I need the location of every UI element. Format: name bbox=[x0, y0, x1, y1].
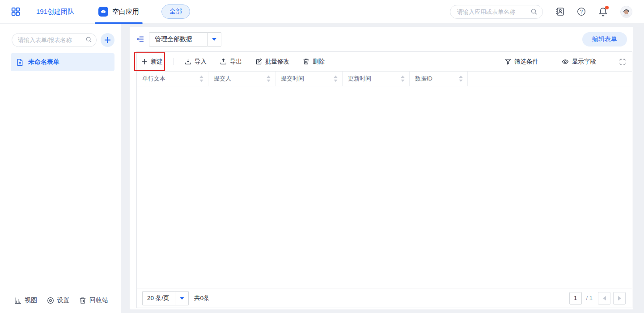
add-form-button[interactable] bbox=[101, 33, 114, 47]
collapse-sidebar-icon[interactable] bbox=[133, 32, 147, 46]
svg-text:?: ? bbox=[580, 9, 583, 14]
form-search bbox=[12, 33, 97, 47]
form-list: 未命名表单 bbox=[0, 47, 121, 71]
data-scope-caret[interactable] bbox=[208, 32, 221, 47]
help-icon[interactable]: ? bbox=[577, 7, 586, 16]
chevron-right-icon bbox=[618, 296, 621, 300]
top-header: 191创建团队 空白应用 全部 bbox=[0, 0, 644, 24]
column-header[interactable]: 数据ID bbox=[410, 72, 468, 86]
column-header[interactable]: 提交时间 bbox=[275, 72, 343, 86]
table-body-empty bbox=[137, 86, 632, 288]
search-icon[interactable] bbox=[530, 8, 538, 15]
plus-icon bbox=[141, 59, 148, 65]
notification-bell-icon[interactable] bbox=[598, 7, 608, 17]
global-search bbox=[450, 5, 543, 19]
form-item-label: 未命名表单 bbox=[28, 58, 59, 66]
gear-icon bbox=[47, 297, 54, 304]
delete-button[interactable]: 删除 bbox=[303, 58, 325, 66]
new-record-label: 新建 bbox=[151, 58, 163, 66]
edit-form-button[interactable]: 编辑表单 bbox=[582, 32, 627, 47]
main-panel: 管理全部数据 编辑表单 新建 导入 bbox=[130, 27, 633, 309]
fullscreen-icon[interactable] bbox=[619, 59, 626, 65]
recycle-bin-label: 回收站 bbox=[89, 296, 108, 305]
show-fields-label: 显示字段 bbox=[572, 58, 596, 66]
header-divider bbox=[28, 7, 28, 16]
sort-icon[interactable] bbox=[267, 76, 271, 82]
export-icon bbox=[220, 58, 227, 65]
chevron-down-icon bbox=[212, 38, 216, 41]
toolbar-divider bbox=[174, 58, 174, 65]
page-count-label: / 1 bbox=[586, 295, 593, 301]
import-label: 导入 bbox=[195, 58, 207, 66]
sort-icon[interactable] bbox=[199, 76, 203, 82]
contacts-icon[interactable] bbox=[555, 7, 564, 16]
page-size-select[interactable]: 20 条/页 bbox=[142, 291, 189, 305]
eye-icon bbox=[562, 58, 569, 65]
sort-icon[interactable] bbox=[334, 76, 338, 82]
export-label: 导出 bbox=[230, 58, 242, 66]
edit-icon bbox=[255, 58, 262, 65]
data-scope-select[interactable]: 管理全部数据 bbox=[149, 32, 221, 47]
trash-icon bbox=[79, 297, 86, 304]
total-count: 共0条 bbox=[194, 294, 210, 302]
prev-page-button[interactable] bbox=[598, 292, 610, 305]
trash-icon bbox=[303, 58, 309, 65]
funnel-icon bbox=[505, 59, 511, 65]
workbench-grid-icon[interactable] bbox=[11, 7, 21, 17]
next-page-button[interactable] bbox=[613, 292, 626, 305]
data-scope-value: 管理全部数据 bbox=[149, 32, 208, 47]
import-button[interactable]: 导入 bbox=[185, 58, 207, 66]
recycle-bin-button[interactable]: 回收站 bbox=[79, 296, 108, 305]
filter-button[interactable]: 筛选条件 bbox=[505, 58, 538, 66]
new-record-button[interactable]: 新建 bbox=[141, 58, 163, 66]
pager-controls: / 1 bbox=[569, 292, 626, 305]
toolbar-right: 筛选条件 显示字段 bbox=[505, 58, 632, 66]
page-number-input[interactable] bbox=[569, 292, 582, 305]
column-header[interactable]: 提交人 bbox=[208, 72, 275, 86]
column-label: 更新时间 bbox=[348, 75, 371, 83]
form-doc-icon bbox=[16, 59, 24, 66]
settings-label: 设置 bbox=[57, 296, 70, 305]
export-button[interactable]: 导出 bbox=[220, 58, 242, 66]
pagination-bar: 20 条/页 共0条 / 1 bbox=[137, 288, 632, 308]
user-avatar[interactable] bbox=[620, 6, 632, 18]
column-header-empty bbox=[468, 72, 632, 86]
search-icon[interactable] bbox=[85, 36, 92, 43]
app-tab-label: 空白应用 bbox=[112, 8, 139, 16]
notification-dot bbox=[605, 6, 609, 9]
app-logo-icon bbox=[98, 7, 108, 17]
sidebar-footer: 视图 设置 回收站 bbox=[0, 292, 121, 313]
global-search-input[interactable] bbox=[450, 5, 543, 19]
bar-chart-icon bbox=[14, 297, 21, 304]
column-header[interactable]: 更新时间 bbox=[343, 72, 410, 86]
page-size-caret[interactable] bbox=[175, 291, 189, 305]
header-actions: ? bbox=[450, 5, 644, 19]
tab-current-app[interactable]: 空白应用 bbox=[97, 0, 141, 24]
panel-header: 管理全部数据 编辑表单 bbox=[130, 27, 633, 51]
column-label: 提交时间 bbox=[281, 75, 304, 83]
settings-button[interactable]: 设置 bbox=[47, 296, 70, 305]
batch-edit-button[interactable]: 批量修改 bbox=[255, 58, 289, 66]
sort-icon[interactable] bbox=[401, 76, 405, 82]
page-size-value: 20 条/页 bbox=[142, 291, 175, 305]
delete-label: 删除 bbox=[313, 58, 325, 66]
column-label: 数据ID bbox=[415, 75, 432, 83]
form-search-input[interactable] bbox=[12, 33, 97, 47]
scope-all-pill[interactable]: 全部 bbox=[161, 4, 190, 19]
team-name-link[interactable]: 191创建团队 bbox=[36, 8, 74, 16]
show-fields-button[interactable]: 显示字段 bbox=[562, 58, 596, 66]
batch-edit-label: 批量修改 bbox=[265, 58, 289, 66]
sidebar: 未命名表单 视图 设置 回收站 bbox=[0, 24, 121, 313]
toolbar: 新建 导入 导出 bbox=[137, 52, 632, 72]
column-label: 提交人 bbox=[214, 75, 231, 83]
views-button[interactable]: 视图 bbox=[14, 296, 37, 305]
table-header-row: 单行文本 提交人 提交时间 更新时间 bbox=[137, 72, 632, 86]
sidebar-item-form[interactable]: 未命名表单 bbox=[11, 53, 114, 71]
chevron-left-icon bbox=[603, 296, 606, 300]
filter-label: 筛选条件 bbox=[514, 58, 538, 66]
sort-icon[interactable] bbox=[459, 76, 463, 82]
chevron-down-icon bbox=[180, 297, 184, 300]
column-label: 单行文本 bbox=[142, 75, 165, 83]
views-label: 视图 bbox=[25, 296, 37, 305]
column-header[interactable]: 单行文本 bbox=[137, 72, 208, 86]
